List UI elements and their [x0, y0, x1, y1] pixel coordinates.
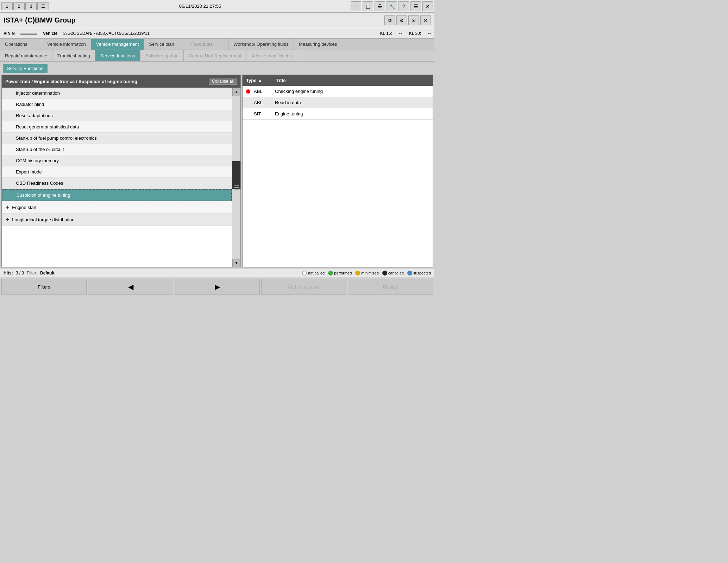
status-dot-red — [246, 89, 250, 94]
tree-list: Injector determination Radiator blind Re… — [2, 88, 232, 267]
scroll-line — [234, 189, 239, 190]
col-title-header: Title — [276, 78, 286, 83]
sub-tab-software-update[interactable]: Software update — [140, 50, 184, 61]
hits-label: Hits: — [4, 271, 13, 276]
close-app-icon-btn[interactable]: ✕ — [420, 15, 431, 25]
tree-item-reset-gen[interactable]: Reset generator statistical data — [2, 121, 232, 133]
scroll-line — [234, 185, 239, 186]
bottom-toolbar: Filters ◀ ▶ Add to test plan Display — [0, 277, 434, 296]
tree-group-longitudinal[interactable]: + Longitudinal torque distribution — [2, 214, 232, 226]
help-icon-btn[interactable]: ? — [398, 1, 409, 11]
kl15-label: KL 15: — [380, 31, 392, 36]
close-icon-btn[interactable]: ✕ — [422, 1, 433, 11]
back-button[interactable]: ◀ — [88, 279, 173, 295]
filter-label: Filter: — [27, 271, 37, 276]
sub-tab-troubleshooting[interactable]: Troubleshooting — [52, 50, 95, 61]
filters-button[interactable]: Filters — [1, 279, 87, 295]
vehicle-value: 3'/G20/SEDAN/ - /B58,-/AUTO/US/LL/2019/1… — [63, 31, 150, 36]
sub-tab-vehicle-mod[interactable]: Vehicle modification — [246, 50, 297, 61]
kl15-value: -- — [399, 31, 402, 36]
tree-item-expert[interactable]: Expert mode — [2, 166, 232, 178]
hits-value: 3 / 3 — [16, 271, 24, 276]
legend-label-canceled: canceled — [388, 271, 404, 275]
right-panel-header: Type ▲ Title — [243, 75, 433, 86]
sub-tab-service-functions[interactable]: Service functions — [95, 50, 140, 61]
nav-tab-service-plan[interactable]: Service plan — [144, 39, 186, 50]
kl30-value: -- — [428, 31, 431, 36]
email-icon-btn[interactable]: ✉ — [408, 15, 419, 25]
legend-label-not-called: not called — [308, 271, 325, 275]
display-button[interactable]: Display — [348, 279, 433, 295]
nav-tab-favourites[interactable]: Favourites — [186, 39, 228, 50]
right-item-1[interactable]: ABL Read in data — [243, 97, 433, 108]
gear-icon-btn[interactable]: ⚙ — [396, 15, 407, 25]
tree-item-startup-fuel[interactable]: Start-up of fuel pump control electronic… — [2, 133, 232, 144]
nav-tabs: Operations Vehicle information Vehicle m… — [0, 39, 434, 50]
group-label-longitudinal: Longitudinal torque distribution — [12, 217, 74, 222]
expand-icon: + — [6, 204, 9, 210]
app-title-bar: ISTA+ (C)BMW Group ⧉ ⚙ ✉ ✕ — [0, 13, 434, 28]
legend-dot-green — [328, 271, 333, 276]
sub-nav: Repair/ maintenance Troubleshooting Serv… — [0, 50, 434, 62]
filter-value: Default — [40, 271, 55, 276]
nav-tab-vehicle-info[interactable]: Vehicle information — [42, 39, 91, 50]
legend-canceled: canceled — [382, 271, 404, 276]
forward-button[interactable]: ▶ — [175, 279, 260, 295]
monitor-icon-btn[interactable]: ◫ — [363, 1, 373, 11]
legend-label-minimized: minimized — [361, 271, 379, 275]
tree-item-suspicion[interactable]: Suspicion of engine tuning — [2, 189, 232, 201]
scroll-lines — [232, 185, 240, 190]
add-to-test-plan-button[interactable]: Add to test plan — [261, 279, 346, 295]
kl30-label: KL 30: — [409, 31, 421, 36]
copy-icon-btn[interactable]: ⧉ — [384, 15, 395, 25]
left-panel: Power train / Engine electronics / Suspi… — [1, 75, 241, 267]
tree-item-ccm[interactable]: CCM history memory — [2, 155, 232, 166]
tab-2[interactable]: 2 — [13, 2, 25, 10]
nav-tab-measuring[interactable]: Measuring devices — [294, 39, 342, 50]
printer-icon-btn[interactable]: 🖶 — [375, 1, 385, 11]
kl-group: KL 15: -- KL 30: -- — [380, 31, 431, 36]
tree-group-engine-start[interactable]: + Engine start — [2, 201, 232, 214]
right-item-2[interactable]: SIT Engine tuning — [243, 108, 433, 120]
tree-container: Injector determination Radiator blind Re… — [2, 88, 240, 267]
right-item-0[interactable]: ABL Checking engine tuning — [243, 86, 433, 97]
title-label-0: Checking engine tuning — [275, 89, 323, 94]
legend-performed: performed — [328, 271, 352, 276]
title-label-1: Read in data — [275, 100, 301, 105]
collapse-all-button[interactable]: Collapse all — [209, 78, 237, 85]
scrollbar[interactable]: ▲ ▼ — [232, 88, 240, 267]
scroll-track[interactable] — [232, 96, 240, 259]
tree-item-radiator[interactable]: Radiator blind — [2, 99, 232, 110]
type-label-2: SIT — [254, 111, 271, 116]
tree-item-startup-oil[interactable]: Start-up of the oil circuit — [2, 144, 232, 155]
tree-item-reset-adapt[interactable]: Reset adaptations — [2, 110, 232, 121]
tab-3[interactable]: 3 — [25, 2, 37, 10]
legend-suspected: suspected — [407, 271, 431, 276]
tree-item-obd[interactable]: OBD Readiness Codes — [2, 178, 232, 189]
legend-dot-yellow — [355, 271, 360, 276]
left-panel-title: Power train / Engine electronics / Suspi… — [5, 79, 137, 84]
top-bar: 1 2 3 ☰ 06/11/2020 21:27:55 ⌂ ◫ 🖶 🔧 ? ☰ … — [0, 0, 434, 13]
nav-tab-operations[interactable]: Operations — [0, 39, 42, 50]
tree-item-injector[interactable]: Injector determination — [2, 88, 232, 99]
home-icon-btn[interactable]: ⌂ — [351, 1, 361, 11]
scroll-up-btn[interactable]: ▲ — [232, 88, 241, 96]
app-title: ISTA+ (C)BMW Group — [4, 16, 384, 24]
scroll-thumb[interactable] — [232, 161, 240, 189]
status-legend: not called performed minimized canceled … — [302, 271, 431, 276]
sub-tab-repair[interactable]: Repair/ maintenance — [0, 50, 52, 61]
wrench-icon-btn[interactable]: 🔧 — [387, 1, 397, 11]
datetime-label: 06/11/2020 21:27:55 — [50, 4, 351, 9]
title-label-2: Engine tuning — [275, 111, 303, 116]
nav-tab-workshop[interactable]: Workshop/ Operating fluids — [228, 39, 294, 50]
right-panel: Type ▲ Title ABL Checking engine tuning … — [242, 75, 433, 267]
expand-icon2: + — [6, 216, 9, 223]
sub-tab-control-unit[interactable]: Control Unit Replacement — [184, 50, 246, 61]
scroll-down-btn[interactable]: ▼ — [232, 259, 241, 267]
vehicle-label: Vehicle — [43, 31, 57, 36]
vin-value: ▬▬▬▬ — [20, 31, 37, 36]
nav-tab-vehicle-management[interactable]: Vehicle management — [91, 39, 144, 50]
list-icon-btn[interactable]: ☰ — [37, 2, 49, 10]
tab-1[interactable]: 1 — [1, 2, 13, 10]
list-icon-btn2[interactable]: ☰ — [410, 1, 421, 11]
